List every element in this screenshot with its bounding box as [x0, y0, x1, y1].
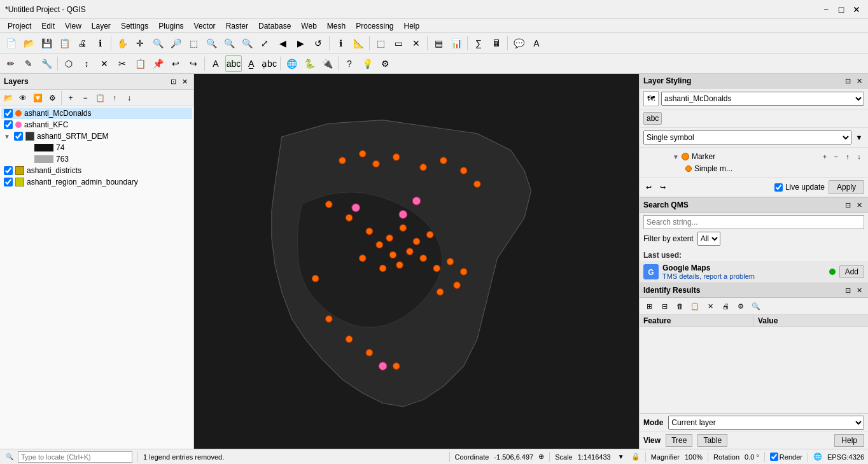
- zoom-last[interactable]: ◀: [274, 35, 291, 52]
- filter-layers[interactable]: 🔽: [31, 91, 45, 105]
- tip-button[interactable]: 💬: [510, 35, 527, 52]
- styling-redo-btn[interactable]: ↪: [657, 182, 668, 192]
- identify-copy-btn[interactable]: 📋: [688, 299, 702, 313]
- python-btn[interactable]: 🐍: [301, 55, 318, 72]
- zoom-native[interactable]: ⤢: [256, 35, 273, 52]
- zoom-out-button[interactable]: 🔎: [167, 35, 184, 52]
- edit-btn[interactable]: ✎: [20, 55, 37, 72]
- toggle-layer-visibility[interactable]: 👁: [16, 91, 30, 105]
- report-link[interactable]: report a problem: [703, 272, 755, 280]
- identify-expand-btn[interactable]: ⊞: [642, 299, 656, 313]
- wizard-btn[interactable]: ⚙: [377, 55, 393, 72]
- add-google-maps-btn[interactable]: Add: [839, 265, 864, 278]
- zoom-in-button[interactable]: 🔍: [150, 35, 166, 52]
- statistics-button[interactable]: 📊: [448, 35, 465, 52]
- help-btn[interactable]: ?: [341, 55, 358, 72]
- pan-map-button[interactable]: ✛: [132, 35, 148, 52]
- menu-mesh[interactable]: Mesh: [322, 20, 351, 32]
- zoom-next[interactable]: ▶: [292, 35, 309, 52]
- identify-del-btn[interactable]: ✕: [703, 299, 717, 313]
- layers-panel-float[interactable]: ⊡: [168, 76, 178, 87]
- layer-item-kfc[interactable]: ashanti_KFC: [1, 119, 192, 130]
- tips-btn[interactable]: 💡: [359, 55, 375, 72]
- layer-item-districts[interactable]: ashanti_districts: [1, 165, 192, 176]
- identify-button[interactable]: ℹ: [332, 35, 349, 52]
- zoom-rubber-band[interactable]: ⬚: [185, 35, 202, 52]
- layer-checkbox-kfc[interactable]: [4, 120, 13, 129]
- layers-panel-close[interactable]: ✕: [179, 76, 190, 87]
- attribute-table[interactable]: ▤: [430, 35, 447, 52]
- layer-item-srtm[interactable]: ▼ ashanti_SRTM_DEM: [1, 130, 192, 142]
- locate-icon[interactable]: 🔍: [4, 451, 15, 463]
- identify-float[interactable]: ⊡: [843, 285, 853, 295]
- paste-feature[interactable]: 📌: [150, 55, 166, 72]
- identify-clear-btn[interactable]: 🗑: [673, 299, 687, 313]
- layer-checkbox-srtm[interactable]: [14, 132, 23, 141]
- layer-checkbox-districts[interactable]: [4, 166, 13, 175]
- label-abc-2[interactable]: ạbc: [261, 55, 277, 72]
- save-button[interactable]: 💾: [38, 35, 55, 52]
- menu-vector[interactable]: Vector: [189, 20, 221, 32]
- identify-search-btn[interactable]: 🔍: [749, 299, 763, 313]
- measure-button[interactable]: 📐: [350, 35, 367, 52]
- delete-selected[interactable]: ✕: [96, 55, 113, 72]
- zoom-selection[interactable]: 🔍: [239, 35, 255, 52]
- styling-tree-marker[interactable]: ▼ Marker + − ↑ ↓: [673, 150, 864, 163]
- menu-help[interactable]: Help: [399, 20, 425, 32]
- styling-abc-icon[interactable]: abc: [643, 112, 662, 125]
- layer-checkbox-mcdonalds[interactable]: [4, 109, 13, 118]
- remove-layer-btn[interactable]: −: [78, 91, 92, 105]
- select-rect[interactable]: ▭: [390, 35, 407, 52]
- layer-item-mcdonalds[interactable]: ashanti_McDonalds: [1, 108, 192, 119]
- map-area[interactable]: [194, 74, 639, 449]
- menu-database[interactable]: Database: [253, 20, 296, 32]
- digitize-btn[interactable]: ✏: [3, 55, 19, 72]
- marker-remove-btn[interactable]: −: [831, 151, 841, 162]
- layer-styling-close[interactable]: ✕: [854, 76, 864, 86]
- details-link[interactable]: details: [679, 272, 699, 280]
- properties-button[interactable]: ℹ: [92, 35, 108, 52]
- menu-web[interactable]: Web: [296, 20, 321, 32]
- menu-raster[interactable]: Raster: [221, 20, 253, 32]
- pan-button[interactable]: ✋: [114, 35, 130, 52]
- zoom-layer[interactable]: 🔍: [221, 35, 237, 52]
- menu-settings[interactable]: Settings: [116, 20, 153, 32]
- styling-symbol-options[interactable]: ▼: [854, 132, 864, 143]
- mode-select[interactable]: Current layer: [668, 416, 864, 430]
- copy-feature[interactable]: 📋: [132, 55, 148, 72]
- plugin-btn[interactable]: 🔌: [319, 55, 335, 72]
- styling-layer-icon[interactable]: 🗺: [643, 91, 659, 106]
- filter-select[interactable]: All: [697, 232, 720, 246]
- layer-expand-srtm[interactable]: ▼: [4, 133, 11, 140]
- scale-dropdown[interactable]: ▼: [616, 452, 626, 462]
- layer-options[interactable]: ⚙: [45, 91, 59, 105]
- styling-symbol-select[interactable]: Single symbol: [643, 130, 851, 144]
- menu-view[interactable]: View: [60, 20, 87, 32]
- identify-print-btn[interactable]: 🖨: [718, 299, 732, 313]
- search-qms-close[interactable]: ✕: [854, 200, 864, 210]
- refresh-button[interactable]: ↺: [310, 35, 326, 52]
- identify-collapse-btn[interactable]: ⊟: [657, 299, 671, 313]
- select-button[interactable]: ⬚: [372, 35, 389, 52]
- menu-project[interactable]: Project: [3, 20, 36, 32]
- move-feature[interactable]: ↕: [78, 55, 95, 72]
- layer-styling-float[interactable]: ⊡: [843, 76, 853, 86]
- marker-up-btn[interactable]: ↑: [843, 151, 853, 162]
- label-a[interactable]: A̲: [243, 55, 260, 72]
- move-down-btn[interactable]: ↓: [122, 91, 136, 105]
- styling-layer-select[interactable]: ashanti_McDonalds: [661, 92, 864, 106]
- menu-processing[interactable]: Processing: [351, 20, 398, 32]
- new-button[interactable]: 📄: [3, 35, 19, 52]
- undo-btn[interactable]: ↩: [167, 55, 184, 72]
- cut-feature[interactable]: ✂: [114, 55, 130, 72]
- open-layer-manager[interactable]: 📂: [1, 91, 15, 105]
- styling-undo-btn[interactable]: ↩: [643, 182, 654, 192]
- zoom-single[interactable]: 🔍: [203, 35, 220, 52]
- calculator-button[interactable]: ∑: [470, 35, 487, 52]
- digitize-a[interactable]: A: [207, 55, 224, 72]
- search-qms-float[interactable]: ⊡: [843, 200, 853, 210]
- open-button[interactable]: 📂: [20, 35, 37, 52]
- apply-button[interactable]: Apply: [829, 180, 864, 194]
- marker-add-btn[interactable]: +: [820, 151, 830, 162]
- menu-layer[interactable]: Layer: [87, 20, 116, 32]
